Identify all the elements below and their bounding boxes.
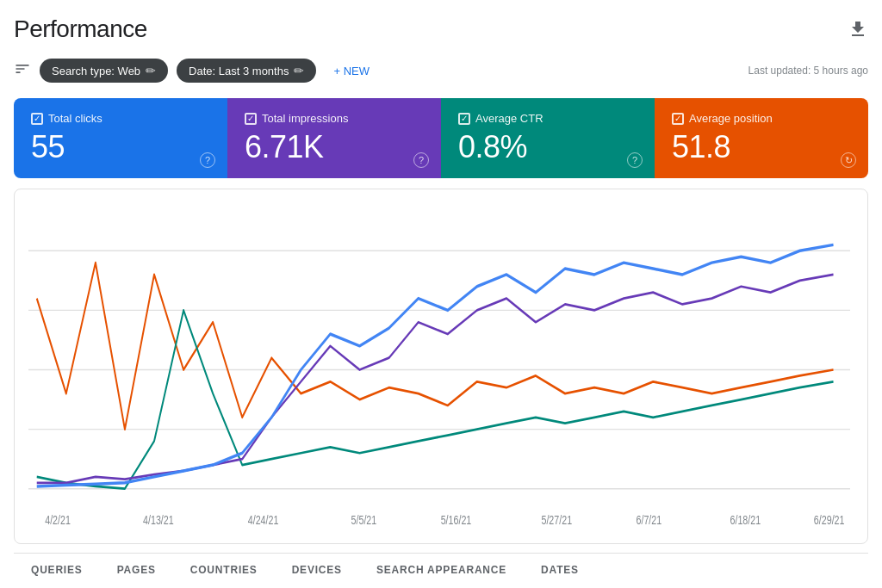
ctr-label: Average CTR	[475, 112, 543, 125]
page-container: Performance Search type: Web ✏ Date: Las…	[0, 0, 882, 588]
date-label: Date: Last 3 months	[189, 65, 289, 77]
svg-text:6/29/21: 6/29/21	[814, 512, 845, 527]
metric-card-impressions-header: Total impressions	[245, 112, 424, 125]
svg-text:5/5/21: 5/5/21	[351, 512, 377, 527]
clicks-value: 55	[31, 132, 210, 163]
search-type-chip[interactable]: Search type: Web ✏	[40, 59, 168, 83]
metric-card-clicks-header: Total clicks	[31, 112, 210, 125]
position-checkbox[interactable]	[672, 113, 684, 125]
search-type-label: Search type: Web	[52, 65, 140, 77]
metric-cards: Total clicks 55 ? Total impressions 6.71…	[14, 98, 868, 178]
impressions-label: Total impressions	[262, 112, 348, 125]
impressions-value: 6.71K	[245, 132, 424, 163]
new-button[interactable]: + NEW	[325, 59, 378, 83]
filter-bar: Search type: Web ✏ Date: Last 3 months ✏…	[14, 52, 868, 93]
metric-card-position[interactable]: Average position 51.8 ↻	[655, 98, 868, 178]
clicks-label: Total clicks	[48, 112, 102, 125]
metric-card-impressions[interactable]: Total impressions 6.71K ?	[227, 98, 441, 178]
metric-card-clicks[interactable]: Total clicks 55 ?	[14, 98, 227, 178]
header-right	[848, 19, 868, 40]
tab-queries[interactable]: QUERIES	[14, 554, 100, 588]
chart-container: 4/2/21 4/13/21 4/24/21 5/5/21 5/16/21 5/…	[14, 189, 868, 544]
clicks-checkbox[interactable]	[31, 113, 43, 125]
impressions-checkbox[interactable]	[245, 113, 257, 125]
svg-text:4/24/21: 4/24/21	[248, 512, 279, 527]
clicks-help-icon[interactable]: ?	[200, 152, 215, 168]
page-title: Performance	[14, 15, 147, 43]
svg-text:4/13/21: 4/13/21	[143, 512, 174, 527]
ctr-value: 0.8%	[458, 132, 637, 163]
ctr-help-icon[interactable]: ?	[627, 152, 643, 168]
date-chip[interactable]: Date: Last 3 months ✏	[177, 59, 316, 83]
svg-text:6/18/21: 6/18/21	[730, 512, 761, 527]
tab-devices[interactable]: DEVICES	[275, 554, 359, 588]
svg-text:5/16/21: 5/16/21	[441, 512, 472, 527]
svg-text:6/7/21: 6/7/21	[637, 512, 662, 527]
date-edit-icon: ✏	[294, 64, 304, 77]
last-updated: Last updated: 5 hours ago	[748, 65, 868, 77]
page-header: Performance	[14, 0, 868, 52]
tab-bar: QUERIES PAGES COUNTRIES DEVICES SEARCH A…	[14, 553, 868, 588]
metric-card-ctr-header: Average CTR	[458, 112, 637, 125]
search-type-edit-icon: ✏	[146, 64, 156, 77]
filter-icon[interactable]	[14, 60, 31, 82]
metric-card-position-header: Average position	[672, 112, 851, 125]
svg-text:4/2/21: 4/2/21	[45, 512, 71, 527]
position-help-icon[interactable]: ↻	[841, 152, 856, 168]
impressions-help-icon[interactable]: ?	[413, 152, 429, 168]
performance-chart: 4/2/21 4/13/21 4/24/21 5/5/21 5/16/21 5/…	[28, 203, 850, 536]
position-label: Average position	[689, 112, 773, 125]
svg-text:5/27/21: 5/27/21	[541, 512, 572, 527]
download-icon[interactable]	[848, 19, 868, 40]
tab-dates[interactable]: DATES	[524, 554, 596, 588]
position-value: 51.8	[672, 132, 851, 163]
metric-card-ctr[interactable]: Average CTR 0.8% ?	[441, 98, 655, 178]
tab-countries[interactable]: COUNTRIES	[173, 554, 275, 588]
ctr-checkbox[interactable]	[458, 113, 470, 125]
tab-search-appearance[interactable]: SEARCH APPEARANCE	[359, 554, 524, 588]
tab-pages[interactable]: PAGES	[100, 554, 173, 588]
